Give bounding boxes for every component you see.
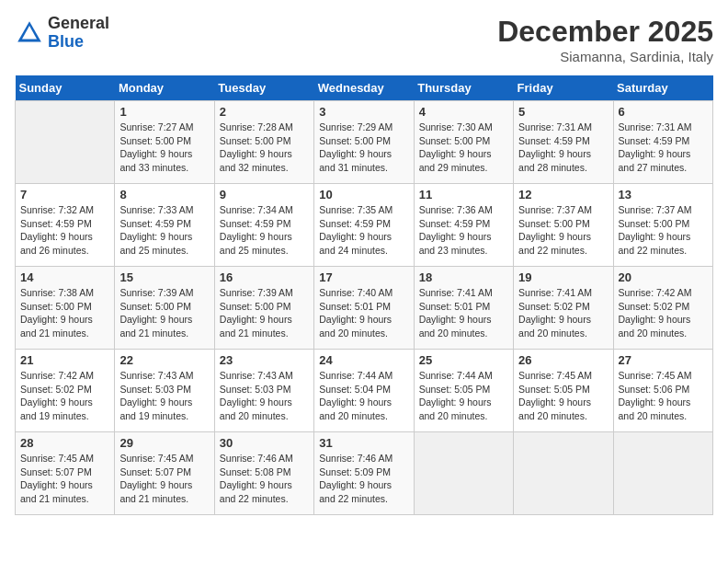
day-number: 10 — [319, 188, 408, 201]
day-number: 24 — [319, 353, 408, 367]
day-info: Sunrise: 7:29 AMSunset: 5:00 PMDaylight:… — [319, 121, 408, 175]
weekday-header: Monday — [115, 75, 214, 101]
calendar-cell: 12Sunrise: 7:37 AMSunset: 5:00 PMDayligh… — [514, 184, 613, 267]
day-info: Sunrise: 7:42 AMSunset: 5:02 PMDaylight:… — [20, 369, 109, 423]
calendar-cell: 30Sunrise: 7:46 AMSunset: 5:08 PMDayligh… — [214, 432, 313, 515]
weekday-header: Saturday — [613, 75, 712, 101]
day-number: 30 — [220, 436, 309, 450]
location-subtitle: Siamanna, Sardinia, Italy — [497, 49, 713, 64]
calendar-cell: 24Sunrise: 7:44 AMSunset: 5:04 PMDayligh… — [314, 350, 414, 432]
calendar-cell: 1Sunrise: 7:27 AMSunset: 5:00 PMDaylight… — [115, 101, 214, 184]
weekday-header-row: SundayMondayTuesdayWednesdayThursdayFrid… — [16, 75, 713, 101]
day-number: 25 — [419, 353, 508, 367]
calendar-cell — [613, 432, 712, 515]
day-info: Sunrise: 7:39 AMSunset: 5:00 PMDaylight:… — [119, 286, 209, 340]
calendar-cell: 28Sunrise: 7:45 AMSunset: 5:07 PMDayligh… — [16, 432, 115, 515]
calendar-cell: 9Sunrise: 7:34 AMSunset: 4:59 PMDaylight… — [214, 184, 313, 267]
title-block: December 2025 Siamanna, Sardinia, Italy — [497, 15, 713, 64]
day-info: Sunrise: 7:28 AMSunset: 5:00 PMDaylight:… — [220, 121, 309, 175]
day-info: Sunrise: 7:32 AMSunset: 4:59 PMDaylight:… — [20, 203, 109, 258]
calendar-cell: 23Sunrise: 7:43 AMSunset: 5:03 PMDayligh… — [214, 350, 313, 432]
day-info: Sunrise: 7:45 AMSunset: 5:06 PMDaylight:… — [619, 369, 708, 423]
day-number: 12 — [518, 188, 608, 201]
day-info: Sunrise: 7:44 AMSunset: 5:04 PMDaylight:… — [319, 369, 408, 423]
day-number: 13 — [619, 188, 708, 201]
day-info: Sunrise: 7:43 AMSunset: 5:03 PMDaylight:… — [220, 369, 309, 423]
calendar-cell: 16Sunrise: 7:39 AMSunset: 5:00 PMDayligh… — [214, 267, 313, 350]
calendar-cell: 27Sunrise: 7:45 AMSunset: 5:06 PMDayligh… — [613, 350, 712, 432]
day-number: 4 — [419, 105, 508, 119]
day-number: 9 — [220, 188, 309, 201]
calendar-cell: 31Sunrise: 7:46 AMSunset: 5:09 PMDayligh… — [314, 432, 414, 515]
page-header: General Blue December 2025 Siamanna, Sar… — [15, 15, 713, 64]
calendar-cell: 7Sunrise: 7:32 AMSunset: 4:59 PMDaylight… — [16, 184, 115, 267]
day-info: Sunrise: 7:35 AMSunset: 4:59 PMDaylight:… — [319, 203, 408, 258]
day-number: 21 — [20, 353, 109, 367]
calendar-cell — [16, 101, 115, 184]
calendar-cell: 6Sunrise: 7:31 AMSunset: 4:59 PMDaylight… — [613, 101, 712, 184]
day-number: 15 — [119, 270, 209, 284]
weekday-header: Thursday — [414, 75, 513, 101]
calendar-cell: 25Sunrise: 7:44 AMSunset: 5:05 PMDayligh… — [414, 350, 513, 432]
calendar-cell: 17Sunrise: 7:40 AMSunset: 5:01 PMDayligh… — [314, 267, 414, 350]
day-info: Sunrise: 7:31 AMSunset: 4:59 PMDaylight:… — [619, 121, 708, 175]
calendar-cell: 21Sunrise: 7:42 AMSunset: 5:02 PMDayligh… — [16, 350, 115, 432]
calendar-cell: 14Sunrise: 7:38 AMSunset: 5:00 PMDayligh… — [16, 267, 115, 350]
day-info: Sunrise: 7:37 AMSunset: 5:00 PMDaylight:… — [518, 203, 608, 258]
day-info: Sunrise: 7:27 AMSunset: 5:00 PMDaylight:… — [119, 121, 209, 175]
calendar-cell: 4Sunrise: 7:30 AMSunset: 5:00 PMDaylight… — [414, 101, 513, 184]
day-info: Sunrise: 7:41 AMSunset: 5:01 PMDaylight:… — [419, 286, 508, 340]
calendar-cell: 18Sunrise: 7:41 AMSunset: 5:01 PMDayligh… — [414, 267, 513, 350]
day-info: Sunrise: 7:38 AMSunset: 5:00 PMDaylight:… — [20, 286, 109, 340]
day-info: Sunrise: 7:44 AMSunset: 5:05 PMDaylight:… — [419, 369, 508, 423]
calendar-cell: 3Sunrise: 7:29 AMSunset: 5:00 PMDaylight… — [314, 101, 414, 184]
day-info: Sunrise: 7:45 AMSunset: 5:05 PMDaylight:… — [518, 369, 608, 423]
day-info: Sunrise: 7:46 AMSunset: 5:09 PMDaylight:… — [319, 452, 408, 506]
day-number: 14 — [20, 270, 109, 284]
calendar-cell: 5Sunrise: 7:31 AMSunset: 4:59 PMDaylight… — [514, 101, 613, 184]
day-info: Sunrise: 7:30 AMSunset: 5:00 PMDaylight:… — [419, 121, 508, 175]
calendar-week-row: 1Sunrise: 7:27 AMSunset: 5:00 PMDaylight… — [16, 101, 713, 184]
day-number: 23 — [220, 353, 309, 367]
day-number: 17 — [319, 270, 408, 284]
day-number: 6 — [619, 105, 708, 119]
calendar-cell: 15Sunrise: 7:39 AMSunset: 5:00 PMDayligh… — [115, 267, 214, 350]
day-number: 31 — [319, 436, 408, 450]
day-info: Sunrise: 7:31 AMSunset: 4:59 PMDaylight:… — [518, 121, 608, 175]
day-info: Sunrise: 7:43 AMSunset: 5:03 PMDaylight:… — [119, 369, 209, 423]
calendar-week-row: 14Sunrise: 7:38 AMSunset: 5:00 PMDayligh… — [16, 267, 713, 350]
day-info: Sunrise: 7:41 AMSunset: 5:02 PMDaylight:… — [518, 286, 608, 340]
day-number: 11 — [419, 188, 508, 201]
weekday-header: Wednesday — [314, 75, 414, 101]
weekday-header: Tuesday — [214, 75, 313, 101]
day-number: 1 — [119, 105, 209, 119]
calendar-table: SundayMondayTuesdayWednesdayThursdayFrid… — [15, 75, 713, 515]
calendar-week-row: 7Sunrise: 7:32 AMSunset: 4:59 PMDaylight… — [16, 184, 713, 267]
day-info: Sunrise: 7:45 AMSunset: 5:07 PMDaylight:… — [119, 452, 209, 506]
day-number: 3 — [319, 105, 408, 119]
day-number: 7 — [20, 188, 109, 201]
calendar-cell: 8Sunrise: 7:33 AMSunset: 4:59 PMDaylight… — [115, 184, 214, 267]
day-info: Sunrise: 7:42 AMSunset: 5:02 PMDaylight:… — [619, 286, 708, 340]
calendar-week-row: 21Sunrise: 7:42 AMSunset: 5:02 PMDayligh… — [16, 350, 713, 432]
day-number: 27 — [619, 353, 708, 367]
calendar-cell: 19Sunrise: 7:41 AMSunset: 5:02 PMDayligh… — [514, 267, 613, 350]
calendar-cell: 13Sunrise: 7:37 AMSunset: 5:00 PMDayligh… — [613, 184, 712, 267]
day-number: 2 — [220, 105, 309, 119]
weekday-header: Friday — [514, 75, 613, 101]
day-info: Sunrise: 7:40 AMSunset: 5:01 PMDaylight:… — [319, 286, 408, 340]
calendar-cell: 29Sunrise: 7:45 AMSunset: 5:07 PMDayligh… — [115, 432, 214, 515]
day-number: 22 — [119, 353, 209, 367]
calendar-cell: 20Sunrise: 7:42 AMSunset: 5:02 PMDayligh… — [613, 267, 712, 350]
day-info: Sunrise: 7:33 AMSunset: 4:59 PMDaylight:… — [119, 203, 209, 258]
day-number: 16 — [220, 270, 309, 284]
calendar-cell: 22Sunrise: 7:43 AMSunset: 5:03 PMDayligh… — [115, 350, 214, 432]
day-number: 26 — [518, 353, 608, 367]
calendar-cell: 26Sunrise: 7:45 AMSunset: 5:05 PMDayligh… — [514, 350, 613, 432]
day-info: Sunrise: 7:36 AMSunset: 4:59 PMDaylight:… — [419, 203, 508, 258]
month-title: December 2025 — [497, 15, 713, 49]
day-number: 20 — [619, 270, 708, 284]
logo-text: General Blue — [48, 15, 109, 52]
calendar-cell: 2Sunrise: 7:28 AMSunset: 5:00 PMDaylight… — [214, 101, 313, 184]
day-number: 18 — [419, 270, 508, 284]
